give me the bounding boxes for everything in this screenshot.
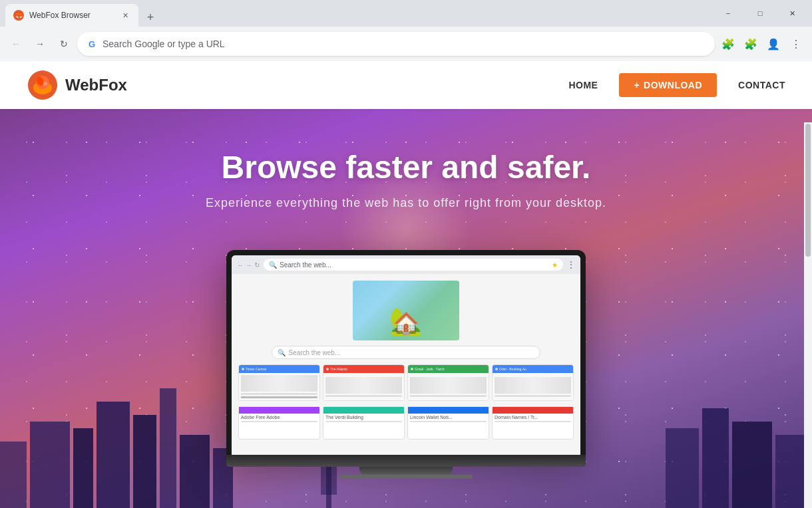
thumb2-3-body: Lincoin Wallet Noti... bbox=[408, 414, 489, 439]
thumb-2-title: The Atlantic bbox=[330, 367, 347, 371]
tab-bar: 🦊 WebFox Browser ✕ + bbox=[5, 0, 713, 27]
laptop-stand bbox=[359, 467, 453, 475]
laptop-browser-bar: ← → ↻ 🔍 Search the web... ★ ⋮ bbox=[232, 255, 580, 274]
tab-title: WebFox Browser bbox=[29, 11, 114, 20]
thumb-3-img bbox=[410, 377, 487, 394]
thumb2-3-line bbox=[410, 421, 487, 422]
svg-rect-7 bbox=[73, 428, 93, 508]
thumb-3-line bbox=[410, 395, 487, 397]
thumb-1: Times Central bbox=[238, 364, 320, 401]
laptop-top-thumbnails: Times Central bbox=[238, 364, 574, 401]
hero-subtitle: Experience everything the web has to off… bbox=[206, 196, 606, 210]
thumb-1-line2 bbox=[241, 396, 317, 398]
download-label: DOWNLOAD bbox=[644, 80, 702, 90]
thumb2-2-line bbox=[325, 421, 402, 422]
thumb-4-title: Orbit - Booking.Au bbox=[499, 367, 526, 371]
extensions-icon[interactable]: 🧩 bbox=[717, 33, 739, 55]
hero-title: Browse faster and safer. bbox=[222, 149, 591, 186]
download-button[interactable]: + DOWNLOAD bbox=[619, 73, 717, 97]
laptop-bottom-thumbnails: Adobe Free Adobe The Verdi Building bbox=[238, 406, 574, 440]
thumb2-4-header bbox=[493, 407, 573, 414]
address-text: Search Google or type a URL bbox=[102, 39, 706, 49]
laptop-address-bar: 🔍 Search the web... ★ bbox=[264, 259, 563, 271]
logo-svg bbox=[27, 69, 59, 101]
laptop-back-icon: ← bbox=[237, 261, 244, 269]
svg-rect-10 bbox=[160, 388, 176, 508]
tab-close-button[interactable]: ✕ bbox=[120, 10, 130, 21]
thumb-4: Orbit - Booking.Au bbox=[492, 364, 574, 401]
window-controls: − □ ✕ bbox=[713, 3, 807, 24]
thumb-4-img bbox=[495, 377, 571, 394]
svg-rect-9 bbox=[133, 415, 156, 508]
forward-button[interactable]: → bbox=[29, 33, 51, 55]
laptop-search-icon: 🔍 bbox=[269, 261, 277, 269]
laptop-star-icon: ★ bbox=[552, 261, 558, 269]
laptop-screen-inner: ← → ↻ 🔍 Search the web... ★ ⋮ bbox=[232, 255, 580, 455]
address-bar[interactable]: G Search Google or type a URL bbox=[77, 32, 715, 56]
thumb2-2-header bbox=[323, 407, 404, 414]
scrollbar-thumb[interactable] bbox=[805, 124, 811, 257]
thumb-2-header: The Atlantic bbox=[323, 365, 404, 373]
new-tab-button[interactable]: + bbox=[141, 8, 160, 27]
thumb2-2: The Verdi Building bbox=[323, 406, 405, 440]
svg-rect-15 bbox=[732, 422, 772, 508]
thumb-dot bbox=[326, 368, 329, 370]
close-button[interactable]: ✕ bbox=[777, 3, 807, 24]
thumb-dot bbox=[495, 368, 498, 370]
thumb-dot bbox=[411, 368, 413, 370]
svg-rect-6 bbox=[30, 422, 70, 508]
thumb-dot bbox=[242, 368, 244, 370]
nav-bar: ← → ↻ G Search Google or type a URL 🧩 🧩 … bbox=[0, 27, 812, 61]
laptop-address-text: Search the web... bbox=[280, 261, 331, 269]
thumb2-3-title: Lincoin Wallet Noti... bbox=[410, 415, 487, 420]
thumb-2-body bbox=[323, 373, 404, 400]
laptop-refresh-icon: ↻ bbox=[254, 261, 260, 269]
laptop-search-bar: 🔍 Search the web... bbox=[272, 346, 540, 359]
thumb-3-body bbox=[408, 373, 489, 400]
thumb-1-title: Times Central bbox=[246, 367, 266, 371]
laptop-search-bar-icon: 🔍 bbox=[278, 349, 286, 356]
thumb-2: The Atlantic bbox=[323, 364, 405, 401]
puzzle-icon[interactable]: 🧩 bbox=[740, 33, 761, 55]
scrollbar[interactable] bbox=[804, 122, 812, 508]
thumb2-4-body: Domain Names / Tr... bbox=[493, 414, 573, 439]
active-tab[interactable]: 🦊 WebFox Browser ✕ bbox=[5, 4, 138, 27]
laptop-foot bbox=[339, 475, 473, 479]
maximize-button[interactable]: □ bbox=[745, 3, 775, 24]
thumb2-2-body: The Verdi Building bbox=[323, 414, 404, 439]
svg-point-4 bbox=[43, 82, 47, 86]
thumb2-1-title: Adobe Free Adobe bbox=[241, 415, 317, 420]
svg-rect-5 bbox=[0, 442, 27, 508]
contact-nav-link[interactable]: CONTACT bbox=[738, 80, 785, 90]
nav-right-icons: 🧩 🧩 👤 ⋮ bbox=[717, 33, 807, 55]
download-icon: + bbox=[634, 80, 640, 90]
profile-icon[interactable]: 👤 bbox=[763, 33, 784, 55]
svg-rect-8 bbox=[97, 402, 130, 508]
thumb2-3: Lincoin Wallet Noti... bbox=[407, 406, 489, 440]
thumb-1-line1 bbox=[241, 393, 317, 395]
minimize-button[interactable]: − bbox=[713, 3, 743, 24]
refresh-button[interactable]: ↻ bbox=[53, 33, 75, 55]
website-content: WebFox HOME + DOWNLOAD CONTACT Browse fa… bbox=[0, 61, 812, 508]
thumb-1-body bbox=[239, 373, 319, 400]
laptop-screen-outer: ← → ↻ 🔍 Search the web... ★ ⋮ bbox=[226, 250, 586, 455]
svg-rect-14 bbox=[702, 408, 729, 508]
laptop-forward-icon: → bbox=[246, 261, 252, 269]
home-nav-link[interactable]: HOME bbox=[568, 80, 598, 90]
browser-window: 🦊 WebFox Browser ✕ + − □ ✕ ← → ↻ G Searc… bbox=[0, 0, 812, 508]
thumb-4-body bbox=[493, 373, 573, 400]
back-button[interactable]: ← bbox=[5, 33, 27, 55]
svg-rect-11 bbox=[180, 435, 210, 508]
laptop-nav-btns: ← → ↻ bbox=[237, 261, 260, 269]
logo-text: WebFox bbox=[65, 76, 127, 94]
site-logo[interactable]: WebFox bbox=[27, 69, 127, 101]
menu-icon[interactable]: ⋮ bbox=[785, 33, 807, 55]
thumb-3-header: Gmail · Junk · Twich bbox=[408, 365, 489, 373]
site-nav: HOME + DOWNLOAD CONTACT bbox=[568, 73, 785, 97]
thumb2-3-header bbox=[408, 407, 489, 414]
laptop-hero-image bbox=[353, 281, 459, 340]
laptop-search-bar-text: Search the web... bbox=[288, 349, 340, 356]
thumb-1-header: Times Central bbox=[239, 365, 319, 373]
laptop-menu-icon: ⋮ bbox=[567, 260, 575, 269]
svg-rect-13 bbox=[666, 428, 699, 508]
